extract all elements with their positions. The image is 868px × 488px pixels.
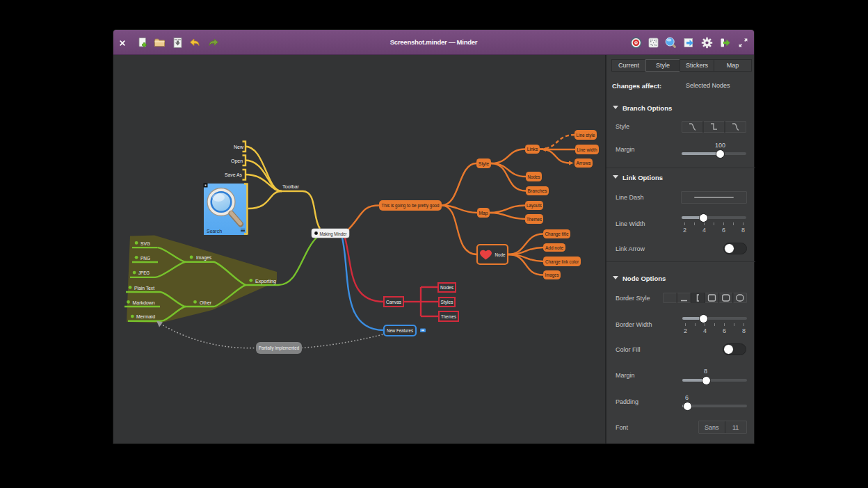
svg-text:Canvas: Canvas bbox=[386, 299, 401, 305]
svg-text:Nodes: Nodes bbox=[440, 284, 453, 291]
svg-text:PNG: PNG bbox=[140, 255, 150, 261]
svg-text:New Features: New Features bbox=[387, 327, 413, 334]
svg-text:Styles: Styles bbox=[441, 299, 453, 305]
svg-text:Making Minder: Making Minder bbox=[320, 231, 347, 237]
svg-text:Toolbar: Toolbar bbox=[282, 184, 299, 190]
svg-text:Links: Links bbox=[527, 146, 538, 152]
svg-text:Themes: Themes bbox=[527, 216, 542, 222]
svg-text:Save As: Save As bbox=[225, 172, 242, 178]
svg-text:Other: Other bbox=[200, 300, 211, 306]
svg-text:Search: Search bbox=[207, 228, 222, 234]
svg-text:Line style: Line style bbox=[577, 132, 595, 138]
svg-text:Mermaid: Mermaid bbox=[136, 314, 155, 320]
svg-text:Images: Images bbox=[545, 272, 559, 278]
svg-text:Partially Implemented: Partially Implemented bbox=[259, 345, 299, 351]
svg-text:Plain Text: Plain Text bbox=[134, 285, 155, 291]
svg-text:Exporting: Exporting bbox=[255, 278, 276, 284]
svg-text:JPEG: JPEG bbox=[138, 270, 150, 276]
svg-text:Markdown: Markdown bbox=[133, 300, 155, 306]
svg-text:Images: Images bbox=[196, 254, 211, 261]
svg-text:This is going to be pretty goo: This is going to be pretty good bbox=[382, 202, 440, 209]
svg-text:Nodes: Nodes bbox=[528, 174, 540, 180]
svg-text:SVG: SVG bbox=[140, 241, 150, 247]
svg-text:Map: Map bbox=[479, 210, 488, 216]
svg-text:Themes: Themes bbox=[441, 314, 456, 320]
svg-text:Arrows: Arrows bbox=[577, 160, 591, 166]
svg-text:Layouts: Layouts bbox=[527, 202, 542, 209]
svg-text:Node: Node bbox=[495, 252, 506, 257]
svg-text:Style: Style bbox=[479, 161, 490, 167]
svg-text:Change title: Change title bbox=[545, 231, 569, 237]
svg-text:Open: Open bbox=[231, 158, 243, 164]
svg-text:Add note: Add note bbox=[545, 245, 563, 251]
svg-text:Line width: Line width bbox=[577, 147, 597, 153]
svg-text:Branches: Branches bbox=[528, 188, 547, 194]
svg-text:Change link color: Change link color bbox=[545, 259, 579, 265]
svg-text:New: New bbox=[234, 144, 244, 150]
